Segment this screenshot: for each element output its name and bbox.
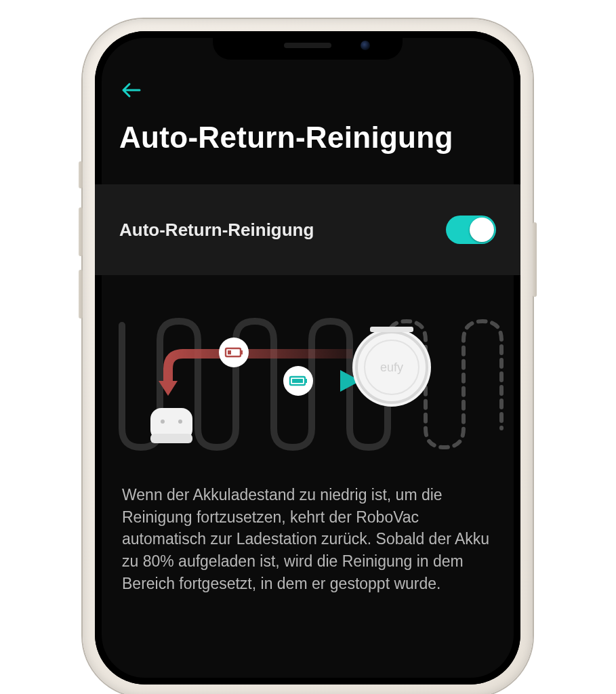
phone-volume-down [79, 270, 83, 319]
charging-dock-icon [150, 408, 192, 443]
svg-rect-7 [292, 379, 303, 383]
toggle-knob [470, 218, 494, 242]
app-root: Auto-Return-Reinigung Auto-Return-Reinig… [95, 31, 520, 685]
illustration-svg: eufy [95, 293, 520, 476]
svg-point-0 [219, 338, 249, 367]
svg-rect-6 [305, 379, 307, 383]
robot-vacuum-icon: eufy [352, 327, 431, 407]
svg-point-10 [161, 420, 165, 424]
auto-return-toggle[interactable] [446, 216, 496, 244]
battery-full-icon [283, 366, 313, 396]
battery-low-icon [219, 338, 249, 367]
auto-return-illustration: eufy [95, 293, 520, 476]
phone-screen: Auto-Return-Reinigung Auto-Return-Reinig… [95, 31, 520, 685]
svg-rect-3 [228, 350, 231, 354]
svg-rect-15 [370, 327, 413, 332]
svg-rect-2 [241, 350, 243, 354]
back-button[interactable] [119, 79, 142, 102]
robot-brand-label: eufy [380, 361, 403, 374]
phone-mute-switch [79, 161, 83, 188]
phone-power-button [533, 222, 537, 297]
auto-return-label: Auto-Return-Reinigung [119, 220, 314, 241]
phone-frame: Auto-Return-Reinigung Auto-Return-Reinig… [83, 19, 533, 694]
phone-volume-up [79, 207, 83, 256]
svg-point-11 [178, 420, 182, 424]
arrow-left-icon [121, 81, 141, 99]
svg-rect-9 [150, 434, 192, 443]
auto-return-setting-row: Auto-Return-Reinigung [95, 184, 520, 275]
auto-return-description: Wenn der Akkuladestand zu niedrig ist, u… [95, 476, 520, 594]
page-title: Auto-Return-Reinigung [95, 121, 520, 155]
